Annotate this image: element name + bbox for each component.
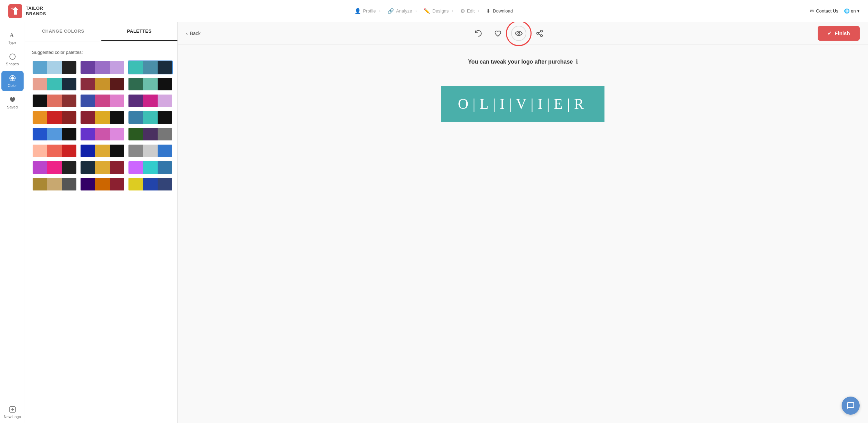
- swatch-color: [143, 161, 158, 174]
- sidebar-item-color[interactable]: Color: [1, 71, 24, 91]
- sidebar-item-saved[interactable]: Saved: [1, 92, 24, 113]
- svg-text:A: A: [10, 32, 14, 38]
- palette-swatch[interactable]: [32, 77, 77, 91]
- swatch-color: [81, 95, 95, 107]
- swatch-color: [81, 61, 95, 74]
- swatch-color: [143, 61, 158, 74]
- canvas-area: You can tweak your logo after purchase ℹ…: [178, 44, 868, 423]
- eye-icon: [515, 30, 523, 37]
- lang-label: en: [851, 8, 856, 14]
- chevron-icon: ›: [379, 9, 380, 13]
- back-button[interactable]: ‹ Back: [186, 31, 201, 36]
- palette-swatch[interactable]: [32, 177, 77, 191]
- finish-button[interactable]: ✓ Finish: [818, 26, 860, 41]
- tab-change-colors[interactable]: CHANGE COLORS: [25, 22, 101, 41]
- nav-step-profile[interactable]: 👤 Profile ›: [352, 7, 383, 16]
- palette-swatch[interactable]: [128, 127, 173, 141]
- swatch-color: [81, 78, 95, 90]
- designs-label: Designs: [432, 8, 449, 14]
- palette-swatch[interactable]: [80, 127, 125, 141]
- svg-point-8: [541, 34, 543, 36]
- swatch-color: [47, 161, 62, 174]
- palette-swatch[interactable]: [80, 161, 125, 174]
- analyze-icon: 🔗: [387, 8, 394, 14]
- swatch-color: [47, 178, 62, 190]
- palette-swatch[interactable]: [32, 94, 77, 108]
- palette-grid: [32, 60, 170, 191]
- swatch-color: [110, 95, 124, 107]
- swatch-color: [158, 95, 172, 107]
- type-icon: A: [9, 31, 16, 39]
- sidebar-item-type[interactable]: A Type: [1, 28, 24, 48]
- swatch-color: [33, 161, 47, 174]
- designs-icon: ✏️: [424, 8, 430, 14]
- palette-swatch[interactable]: [32, 144, 77, 158]
- swatch-color: [33, 95, 47, 107]
- palette-swatch[interactable]: [80, 60, 125, 74]
- swatch-color: [33, 61, 47, 74]
- sidebar-item-shapes[interactable]: Shapes: [1, 49, 24, 70]
- color-label: Color: [8, 83, 17, 88]
- chevron-icon: ›: [452, 9, 453, 13]
- new-logo-button[interactable]: New Logo: [0, 401, 25, 423]
- palette-swatch[interactable]: [32, 127, 77, 141]
- swatch-color: [81, 161, 95, 174]
- undo-button[interactable]: [472, 27, 485, 40]
- saved-label: Saved: [7, 105, 18, 109]
- palette-swatch[interactable]: [128, 177, 173, 191]
- swatch-color: [33, 178, 47, 190]
- palette-swatch[interactable]: [80, 77, 125, 91]
- swatch-color: [158, 128, 172, 140]
- swatch-color: [128, 111, 143, 124]
- swatch-color: [158, 145, 172, 157]
- swatch-color: [110, 128, 124, 140]
- swatch-color: [81, 128, 95, 140]
- svg-point-6: [541, 30, 543, 32]
- tab-palettes[interactable]: PALETTES: [101, 22, 178, 41]
- nav-step-download[interactable]: ⬇ Download: [483, 7, 516, 16]
- swatch-color: [81, 145, 95, 157]
- nav-step-analyze[interactable]: 🔗 Analyze ›: [385, 7, 420, 16]
- share-button[interactable]: [533, 27, 546, 40]
- chat-icon: [846, 401, 855, 410]
- palette-swatch[interactable]: [128, 161, 173, 174]
- palette-swatch[interactable]: [80, 94, 125, 108]
- brand-logo-area[interactable]: TAILORBRANDS: [8, 4, 46, 18]
- analyze-label: Analyze: [396, 8, 412, 14]
- palette-swatch[interactable]: [128, 77, 173, 91]
- view-button[interactable]: [511, 26, 526, 41]
- language-selector[interactable]: 🌐 en ▾: [844, 8, 860, 14]
- palettes-label: PALETTES: [127, 29, 152, 34]
- swatch-color: [47, 111, 62, 124]
- palette-swatch[interactable]: [80, 144, 125, 158]
- palette-swatch[interactable]: [32, 60, 77, 74]
- swatch-color: [110, 61, 124, 74]
- heart-outline-icon: [494, 30, 502, 37]
- palette-swatch[interactable]: [32, 161, 77, 174]
- shapes-label: Shapes: [6, 62, 19, 66]
- lang-chevron-icon: ▾: [857, 8, 860, 14]
- palette-swatch[interactable]: [128, 111, 173, 124]
- icon-sidebar: A Type Shapes Color Saved: [0, 22, 25, 423]
- palette-swatch[interactable]: [32, 111, 77, 124]
- palette-swatch[interactable]: [80, 111, 125, 124]
- favorite-button[interactable]: [492, 27, 504, 40]
- chat-button[interactable]: [842, 397, 860, 415]
- download-icon: ⬇: [486, 8, 491, 14]
- palette-swatch[interactable]: [80, 177, 125, 191]
- swatch-color: [143, 78, 158, 90]
- nav-step-designs[interactable]: ✏️ Designs ›: [421, 7, 456, 16]
- main-content: ‹ Back: [178, 22, 868, 423]
- palette-swatch[interactable]: [128, 144, 173, 158]
- swatch-color: [62, 111, 76, 124]
- contact-us-button[interactable]: ✉ Contact Us: [810, 8, 838, 14]
- nav-step-edit[interactable]: ⚙ Edit ›: [458, 7, 482, 16]
- swatch-color: [110, 178, 124, 190]
- swatch-color: [128, 178, 143, 190]
- swatch-color: [47, 61, 62, 74]
- palette-swatch[interactable]: [128, 94, 173, 108]
- edit-icon: ⚙: [460, 8, 465, 14]
- swatch-color: [62, 161, 76, 174]
- swatch-color: [128, 128, 143, 140]
- palette-swatch[interactable]: [128, 60, 173, 74]
